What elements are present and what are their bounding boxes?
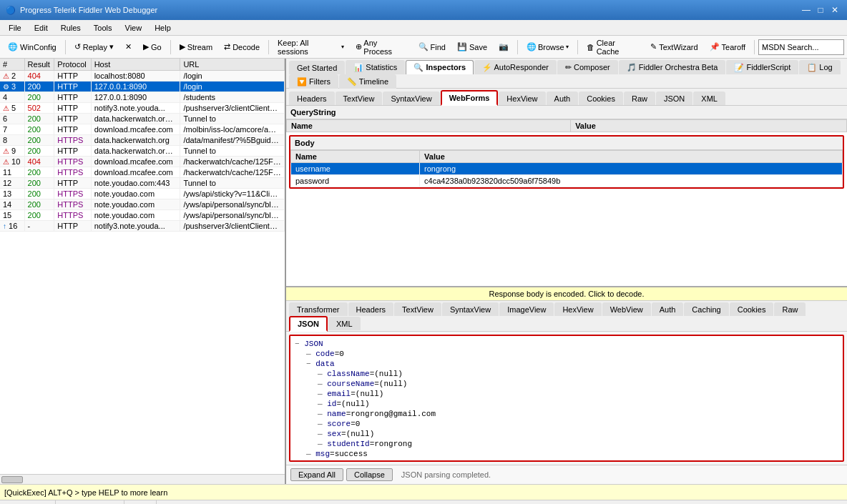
collapse-button[interactable]: Collapse: [346, 468, 393, 481]
res-tab-caching[interactable]: Caching: [684, 302, 728, 316]
json-expand-icon[interactable]: —: [318, 430, 323, 438]
json-expand-icon[interactable]: —: [318, 370, 323, 378]
json-expand-icon[interactable]: —: [318, 410, 323, 418]
table-row[interactable]: 6 200 HTTP data.hackerwatch.org:443 Tunn…: [0, 114, 285, 124]
tab-inspectors[interactable]: 🔍 Inspectors: [406, 60, 474, 74]
req-tab-raw[interactable]: Raw: [624, 92, 655, 105]
req-tab-headers[interactable]: Headers: [289, 92, 335, 105]
json-expand-icon[interactable]: —: [306, 350, 311, 358]
tab-fiddlerscript[interactable]: 📝 FiddlerScript: [726, 60, 798, 74]
any-process-button[interactable]: ⊕ Any Process: [351, 39, 411, 56]
table-row[interactable]: 4 200 HTTP 127.0.0.1:8090 /students: [0, 92, 285, 103]
quickexec-input[interactable]: [4, 488, 843, 497]
response-notice[interactable]: Response body is encoded. Click to decod…: [286, 287, 847, 301]
tab-autoresponder[interactable]: ⚡ AutoResponder: [474, 60, 557, 74]
clear-cache-button[interactable]: 🗑 Clear Cache: [582, 39, 645, 56]
table-row[interactable]: 12 200 HTTP note.youdao.com:443 Tunnel t…: [0, 178, 285, 189]
table-row[interactable]: 15 200 HTTPS note.youdao.com /yws/api/pe…: [0, 210, 285, 221]
res-tab-webview[interactable]: WebView: [602, 302, 651, 316]
table-row[interactable]: ⚠ 2 404 HTTP localhost:8080 /login: [0, 71, 285, 81]
res-tab-raw[interactable]: Raw: [774, 302, 806, 316]
json-expand-icon[interactable]: —: [318, 380, 323, 388]
expand-all-button[interactable]: Expand All: [290, 468, 343, 481]
req-tab-syntaxview[interactable]: SyntaxView: [383, 92, 439, 105]
table-row[interactable]: 7 200 HTTP download.mcafee.com /molbin/i…: [0, 124, 285, 135]
res-tab-headers[interactable]: Headers: [348, 302, 394, 316]
table-row[interactable]: ⚙ 3 200 HTTP 127.0.0.1:8090 /login: [0, 81, 285, 92]
req-tab-webforms[interactable]: WebForms: [441, 90, 499, 106]
scrollbar-thumb[interactable]: [1, 476, 23, 483]
menu-item-tools[interactable]: Tools: [88, 22, 118, 34]
tab-statistics[interactable]: 📊 Statistics: [346, 60, 405, 74]
tab-get-started[interactable]: Get Started: [289, 61, 345, 74]
menu-item-rules[interactable]: Rules: [55, 22, 87, 34]
json-expand-icon[interactable]: −: [306, 360, 311, 368]
body-row[interactable]: password c4ca4238a0b923820dcc509a6f75849…: [291, 175, 843, 187]
save-button[interactable]: 💾 Save: [452, 39, 492, 56]
res-tab-imageview[interactable]: ImageView: [499, 302, 554, 316]
res-tab-cookies[interactable]: Cookies: [730, 302, 774, 316]
msdn-search-input[interactable]: [758, 39, 844, 55]
json-expand-icon[interactable]: —: [318, 440, 323, 448]
res-tab-transformer[interactable]: Transformer: [289, 302, 348, 316]
decode-button[interactable]: ⇄ Decode: [219, 39, 265, 56]
req-tab-json[interactable]: JSON: [656, 92, 692, 105]
res-tab-auth[interactable]: Auth: [652, 302, 684, 316]
text-wizard-button[interactable]: ✎ TextWizard: [645, 39, 702, 56]
res-tab-textview[interactable]: TextView: [394, 302, 441, 316]
menu-item-edit[interactable]: Edit: [29, 22, 54, 34]
close-button[interactable]: ✕: [828, 4, 841, 16]
minimize-button[interactable]: —: [800, 4, 813, 16]
replay-button[interactable]: ↺ Replay ▾: [69, 39, 119, 56]
table-row[interactable]: ⚠ 9 200 HTTP data.hackerwatch.org:443 Tu…: [0, 146, 285, 157]
req-tab-xml[interactable]: XML: [693, 92, 725, 105]
tab-filters[interactable]: 🔽 Filters: [289, 74, 338, 89]
tab-orchestra[interactable]: 🎵 Fiddler Orchestra Beta: [619, 60, 726, 74]
table-row[interactable]: 11 200 HTTPS download.mcafee.com /hacker…: [0, 167, 285, 178]
go-x-button[interactable]: ✕: [120, 39, 137, 56]
req-tab-cookies[interactable]: Cookies: [579, 92, 623, 105]
find-button[interactable]: 🔍 Find: [413, 39, 451, 56]
keep-sessions-button[interactable]: Keep: All sessions ▾: [273, 39, 349, 56]
body-row[interactable]: username rongrong: [291, 163, 843, 175]
menu-item-view[interactable]: View: [119, 22, 148, 34]
stream-button[interactable]: ▶ Stream: [175, 39, 217, 56]
menu-item-help[interactable]: Help: [149, 22, 177, 34]
tab-timeline[interactable]: 📏 Timeline: [339, 74, 396, 89]
horizontal-scrollbar[interactable]: [0, 474, 285, 484]
winconfig-button[interactable]: 🌐 WinConfig: [3, 39, 62, 56]
req-tab-textview[interactable]: TextView: [336, 92, 383, 105]
json-expand-icon[interactable]: —: [318, 420, 323, 428]
json-value: =(null): [374, 380, 407, 388]
cell-url: /login: [180, 71, 285, 81]
req-tab-auth[interactable]: Auth: [547, 92, 579, 105]
table-row[interactable]: ⚠ 10 404 HTTPS download.mcafee.com /hack…: [0, 157, 285, 167]
maximize-button[interactable]: □: [814, 4, 827, 16]
tearoff-button[interactable]: 📌 Tearoff: [705, 39, 750, 56]
res-tab-syntaxview[interactable]: SyntaxView: [442, 302, 499, 316]
res-tab-json[interactable]: JSON: [289, 316, 328, 332]
tab-log[interactable]: 📋 Log: [799, 60, 840, 74]
go-button[interactable]: ▶ Go: [138, 39, 167, 56]
res-tab-hexview[interactable]: HexView: [554, 302, 601, 316]
cell-url: Tunnel to: [180, 178, 285, 189]
json-expand-icon[interactable]: —: [318, 390, 323, 398]
json-key: className: [327, 370, 369, 378]
res-tab-xml[interactable]: XML: [328, 317, 361, 330]
json-expand-icon[interactable]: —: [306, 450, 311, 458]
screenshot-button[interactable]: 📷: [494, 39, 514, 56]
menu-item-file[interactable]: File: [3, 22, 27, 34]
json-expand-icon[interactable]: −: [295, 340, 300, 348]
table-row[interactable]: ⚠ 5 502 HTTP notify3.note.youda... /push…: [0, 103, 285, 114]
table-row[interactable]: ↑ 16 - HTTP notify3.note.youda... /pushs…: [0, 221, 285, 232]
table-row[interactable]: 14 200 HTTPS note.youdao.com /yws/api/pe…: [0, 199, 285, 210]
tab-composer[interactable]: ✏ Composer: [557, 60, 618, 74]
winconfig-label: WinConfig: [20, 43, 57, 51]
req-tab-hexview[interactable]: HexView: [499, 92, 545, 105]
replay-dropdown-icon[interactable]: ▾: [109, 42, 114, 51]
browse-button[interactable]: 🌐 Browse ▾: [522, 39, 574, 56]
table-row[interactable]: 13 200 HTTPS note.youdao.com /yws/api/st…: [0, 189, 285, 199]
json-expand-icon[interactable]: —: [318, 400, 323, 408]
process-status[interactable]: ⊕ All Processes: [56, 500, 124, 504]
table-row[interactable]: 8 200 HTTPS data.hackerwatch.org /data/m…: [0, 135, 285, 146]
